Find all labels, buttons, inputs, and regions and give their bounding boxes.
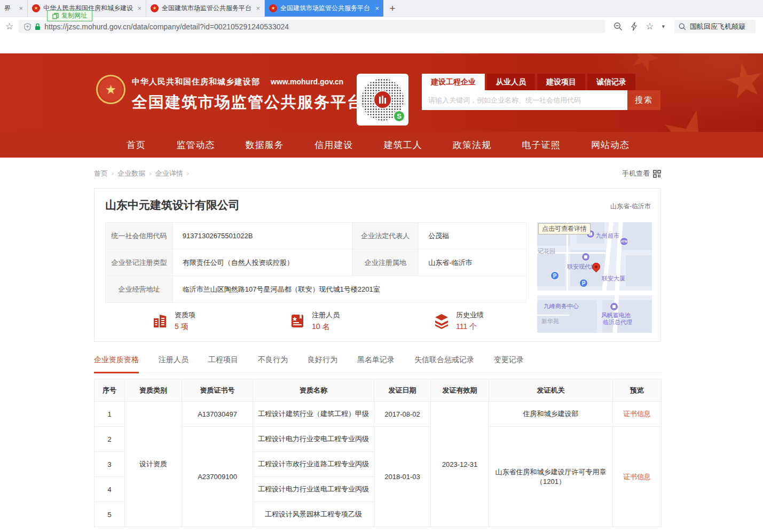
detail-tab[interactable]: 注册人员 xyxy=(159,355,188,372)
info-value: 山东省-临沂市 xyxy=(419,249,526,276)
building-icon xyxy=(152,312,169,330)
site-header: ★ 中华人民共和国住房和城乡建设部www.mohurd.gov.cn 全国建筑市… xyxy=(0,53,763,132)
map-label: 九峰商务中心 xyxy=(544,302,579,310)
detail-tabs: 企业资质资格注册人员工程项目不良行为良好行为黑名单记录失信联合惩戒记录变更记录 xyxy=(94,355,661,373)
qual-table-cell: 工程设计市政行业道路工程专业丙级 xyxy=(253,452,374,477)
page-top-gap xyxy=(0,36,763,53)
detail-tab[interactable]: 变更记录 xyxy=(494,355,524,372)
breadcrumb-item[interactable]: 企业详情 xyxy=(155,169,183,177)
search-panel: 建设工程企业从业人员建设项目诚信记录 搜索 xyxy=(422,74,660,110)
detail-tab[interactable]: 失信联合惩戒记录 xyxy=(414,355,474,372)
nav-item[interactable]: 首页 xyxy=(127,139,146,151)
certificate-info-link[interactable]: 证书信息 xyxy=(613,402,662,427)
nav-item[interactable]: 信用建设 xyxy=(314,139,353,151)
nav-item[interactable]: 网站动态 xyxy=(591,139,630,151)
tab-favicon: ★ xyxy=(269,4,277,12)
nav-item[interactable]: 政策法规 xyxy=(453,139,491,151)
info-value: 有限责任公司（自然人投资或控股） xyxy=(172,249,352,276)
detail-tab[interactable]: 不良行为 xyxy=(258,355,288,372)
stat-value: 10 名 xyxy=(312,322,340,332)
stat-label: 历史业绩 xyxy=(456,310,484,320)
qual-table-header: 资质证书号 xyxy=(182,379,253,402)
info-label: 企业法定代表人 xyxy=(352,223,419,249)
info-label: 企业登记注册类型 xyxy=(106,249,173,276)
search-category-tab[interactable]: 从业人员 xyxy=(487,74,535,90)
address-bar[interactable]: https://jzsc.mohurd.gov.cn/data/company/… xyxy=(19,20,605,33)
detail-tab[interactable]: 企业资质资格 xyxy=(94,355,139,373)
tab-title: 全国建筑市场监管公共服务平台 xyxy=(280,4,372,13)
company-info-table: 统一社会信用代码91371302675501022B企业法定代表人公茂福企业登记… xyxy=(105,222,526,303)
tab-title: 全国建筑市场监管公共服务平台 xyxy=(162,4,253,13)
map-marker-p-icon[interactable]: P xyxy=(579,279,588,287)
search-category-tab[interactable]: 诚信记录 xyxy=(587,74,635,90)
table-row: 1设计资质A137030497工程设计建筑行业（建筑工程）甲级2017-08-0… xyxy=(95,402,662,427)
search-category-tabs: 建设工程企业从业人员建设项目诚信记录 xyxy=(422,74,660,90)
breadcrumb: 首页›企业数据›企业详情› xyxy=(94,169,193,178)
new-tab-button[interactable]: + xyxy=(383,0,402,17)
nav-item[interactable]: 监管动态 xyxy=(176,139,215,151)
qual-table-cell: 4 xyxy=(95,477,125,502)
breadcrumb-separator: › xyxy=(149,169,151,177)
breadcrumb-separator: › xyxy=(187,169,189,177)
map-marker-batt-icon[interactable] xyxy=(610,302,618,311)
zoom-out-icon[interactable] xyxy=(613,22,623,31)
copy-url-tooltip: 复制网址 xyxy=(47,10,92,21)
tab-title: 界 xyxy=(4,4,15,13)
wechat-icon: S xyxy=(393,110,405,122)
lightning-icon[interactable] xyxy=(631,22,638,31)
breadcrumb-item[interactable]: 企业数据 xyxy=(117,169,145,177)
qualification-table: 序号资质类别资质证书号资质名称发证日期发证有效期发证机关预览 1设计资质A137… xyxy=(94,379,662,527)
info-label: 企业注册属地 xyxy=(352,249,419,276)
layers-icon xyxy=(433,312,450,330)
breadcrumb-row: 首页›企业数据›企业详情› 手机查看 xyxy=(94,168,661,179)
keyword-search-input[interactable] xyxy=(422,90,627,110)
bookmark-star-icon[interactable]: ☆ xyxy=(5,21,13,32)
info-row: 统一社会信用代码91371302675501022B企业法定代表人公茂福 xyxy=(106,223,526,249)
favorite-star-icon[interactable]: ☆ xyxy=(646,21,654,32)
url-text[interactable]: https://jzsc.mohurd.gov.cn/data/company/… xyxy=(44,22,289,31)
shield-icon[interactable] xyxy=(24,23,31,30)
close-icon[interactable]: × xyxy=(375,4,379,12)
qual-table-cell: 设计资质 xyxy=(125,402,182,527)
company-map[interactable]: 点击可查看详情 ATMPP九州超市记花园联安现代城联安大厦九峰商务中心风帆蓄电池… xyxy=(537,222,652,333)
search-category-tab[interactable]: 建设工程企业 xyxy=(422,74,485,90)
map-marker-building-icon[interactable] xyxy=(581,253,590,261)
detail-tab[interactable]: 黑名单记录 xyxy=(357,355,395,372)
mobile-view[interactable]: 手机查看 xyxy=(622,169,661,178)
close-icon[interactable]: × xyxy=(137,4,141,12)
browser-search-box[interactable]: 国航回应飞机颠簸 xyxy=(674,20,756,33)
copy-url-tooltip-label: 复制网址 xyxy=(61,11,87,20)
search-button[interactable]: 搜索 xyxy=(627,90,660,110)
qual-table-cell: 2 xyxy=(95,427,125,452)
national-emblem-logo: ★ xyxy=(96,75,125,104)
info-label: 企业经营地址 xyxy=(106,276,173,303)
qual-table-header: 资质类别 xyxy=(125,379,182,402)
company-card: 山东中元建筑设计有限公司 山东省-临沂市 统一社会信用代码91371302675… xyxy=(94,188,661,342)
browser-tab[interactable]: ★全国建筑市场监管公共服务平台× xyxy=(265,0,383,17)
qr-mini-icon[interactable] xyxy=(653,170,661,178)
close-icon[interactable]: × xyxy=(19,4,23,12)
nav-item[interactable]: 建筑工人 xyxy=(384,139,422,151)
close-icon[interactable]: × xyxy=(256,4,260,12)
qual-table-cell: 2018-01-03 xyxy=(374,427,431,527)
qual-table-header: 资质名称 xyxy=(253,379,374,402)
browser-tab[interactable]: ★全国建筑市场监管公共服务平台× xyxy=(146,0,265,17)
qual-table-header: 发证机关 xyxy=(489,379,613,402)
detail-tab[interactable]: 工程项目 xyxy=(208,355,238,372)
nav-item[interactable]: 电子证照 xyxy=(522,139,561,151)
breadcrumb-item[interactable]: 首页 xyxy=(94,169,108,177)
map-marker-p-icon[interactable]: P xyxy=(550,271,559,280)
primary-nav: 首页监管动态数据服务信用建设建筑工人政策法规电子证照网站动态 xyxy=(0,132,763,158)
search-category-tab[interactable]: 建设项目 xyxy=(537,74,585,90)
mobile-view-label: 手机查看 xyxy=(622,169,650,178)
nav-item[interactable]: 数据服务 xyxy=(246,139,284,151)
chevron-down-icon[interactable]: ▾ xyxy=(662,23,665,30)
info-value: 91371302675501022B xyxy=(172,223,352,249)
map-marker-atm-icon[interactable]: ATM xyxy=(620,237,628,246)
stat-item: 注册人员10 名 xyxy=(289,310,340,332)
qual-table-cell: 3 xyxy=(95,452,125,477)
browser-tab[interactable]: 界× xyxy=(0,0,28,17)
certificate-info-link[interactable]: 证书信息 xyxy=(613,427,662,527)
detail-tab[interactable]: 良好行为 xyxy=(308,355,337,372)
qual-table-cell: 2023-12-31 xyxy=(431,402,489,527)
